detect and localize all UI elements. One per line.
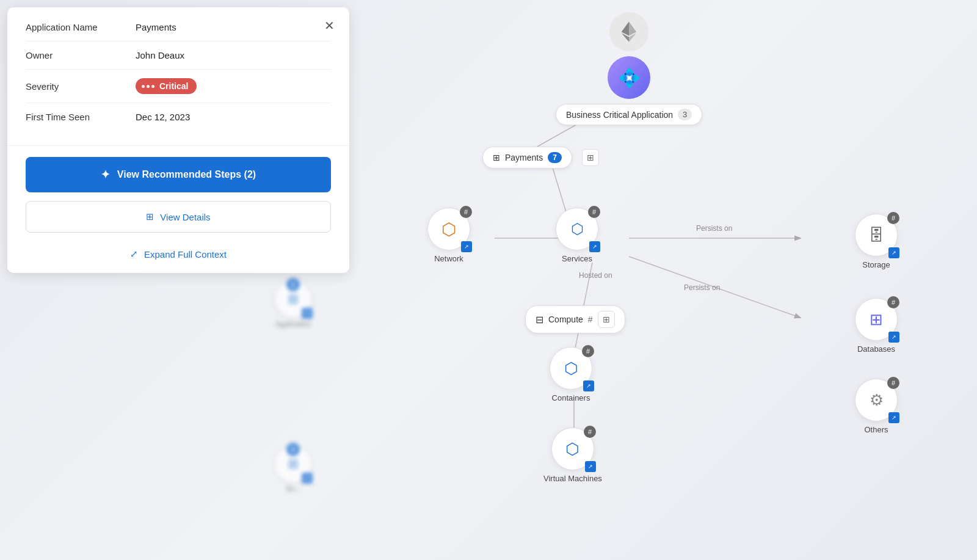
network-node-circle[interactable]: ⬡ # ↗: [427, 208, 470, 250]
payments-icon: ⊞: [493, 153, 500, 162]
first-seen-row: First Time Seen Dec 12, 2023: [26, 103, 331, 131]
severity-dot-3: [151, 85, 154, 88]
severity-text: Critical: [159, 81, 188, 91]
first-seen-label: First Time Seen: [26, 112, 136, 122]
severity-dots: [142, 85, 154, 88]
others-label: Others: [864, 425, 888, 434]
expand-full-context-button[interactable]: ⤢ Expand Full Context: [7, 241, 349, 273]
payments-pill[interactable]: ⊞ Payments 7: [482, 147, 572, 169]
info-table: Application Name Payments ✕ Owner John D…: [7, 7, 349, 145]
storage-icon: 🗄: [868, 226, 884, 245]
containers-badge: #: [582, 345, 594, 357]
storage-badge: #: [887, 212, 899, 224]
network-icon: ⬡: [441, 219, 456, 239]
services-expand: ↗: [589, 241, 600, 252]
containers-expand: ↗: [583, 380, 594, 391]
databases-badge: #: [887, 296, 899, 308]
app-icon-1: ⊞: [288, 291, 299, 307]
app-label-1: Application: [275, 320, 311, 329]
others-badge: #: [887, 377, 899, 389]
eth-icon: [609, 12, 648, 51]
compute-icon: ⊟: [536, 314, 543, 325]
graph-area: 💠 Business Critical Application 3 ⊞ Paym…: [354, 0, 977, 560]
databases-node[interactable]: ⊞ # ↗ Databases: [855, 298, 898, 354]
payments-count: 7: [548, 152, 562, 163]
view-details-label: View Details: [160, 212, 210, 222]
containers-node[interactable]: ⬡ # ↗ Containers: [550, 347, 592, 402]
containers-icon: ⬡: [564, 359, 578, 378]
services-badge: #: [588, 206, 600, 218]
databases-icon: ⊞: [870, 310, 883, 329]
storage-label: Storage: [862, 260, 890, 269]
app-name-label: Application Name: [26, 22, 136, 32]
payments-expand-icon[interactable]: ⊞: [582, 149, 599, 166]
others-expand: ↗: [888, 412, 899, 423]
containers-node-circle[interactable]: ⬡ # ↗: [550, 347, 592, 390]
app-name-value: Payments: [136, 22, 176, 32]
app-icon-2: ⊞: [288, 456, 299, 472]
vms-node[interactable]: ⬡ # ↗ Virtual Machines: [543, 427, 602, 483]
severity-dot-2: [147, 85, 150, 88]
others-node[interactable]: ⚙ # ↗ Others: [855, 379, 898, 434]
others-icon: ⚙: [870, 391, 884, 410]
vms-badge: #: [584, 426, 596, 438]
vms-icon: ⬡: [565, 440, 579, 459]
databases-expand: ↗: [888, 332, 899, 343]
owner-label: Owner: [26, 50, 136, 60]
services-node-circle[interactable]: ⬡ # ↗: [556, 208, 598, 250]
compute-expand[interactable]: ⊞: [598, 311, 615, 328]
bca-count: 3: [678, 109, 692, 120]
app-label-2: Sh...: [286, 485, 301, 493]
app-name-row: Application Name Payments ✕: [26, 13, 331, 42]
bca-label[interactable]: Business Critical Application 3: [556, 104, 702, 125]
storage-expand: ↗: [888, 247, 899, 258]
containers-label: Containers: [552, 393, 590, 402]
chip-icon: 💠: [608, 56, 650, 99]
vms-expand: ↗: [585, 461, 596, 472]
view-details-button[interactable]: ⊞ View Details: [26, 201, 331, 233]
app-node-2[interactable]: ⊞ 1 ↗ Sh...: [275, 446, 311, 493]
services-label: Services: [562, 254, 592, 263]
services-icon: ⬡: [571, 220, 584, 238]
close-button[interactable]: ✕: [322, 20, 337, 32]
bca-cluster: 💠 Business Critical Application 3: [556, 12, 702, 125]
network-node[interactable]: ⬡ # ↗ Network: [427, 208, 470, 263]
expand-icon: ⤢: [130, 249, 138, 260]
services-node[interactable]: ⬡ # ↗ Services: [556, 208, 598, 263]
app-expand-2: ↗: [302, 473, 313, 484]
payments-label: Payments: [505, 153, 543, 162]
owner-value: John Deaux: [136, 50, 184, 60]
network-badge: #: [460, 206, 472, 218]
storage-node-circle[interactable]: 🗄 # ↗: [855, 214, 898, 256]
severity-badge: Critical: [136, 78, 197, 94]
app-circle-2[interactable]: ⊞ 1 ↗: [275, 446, 311, 482]
star-icon: ✦: [101, 168, 110, 181]
recommended-steps-button[interactable]: ✦ View Recommended Steps (2): [26, 157, 331, 192]
network-expand: ↗: [461, 241, 472, 252]
bca-label-text: Business Critical Application: [566, 110, 673, 120]
network-label: Network: [434, 254, 463, 263]
vms-node-circle[interactable]: ⬡ # ↗: [551, 427, 594, 470]
storage-node[interactable]: 🗄 # ↗ Storage: [855, 214, 898, 269]
databases-node-circle[interactable]: ⊞ # ↗: [855, 298, 898, 341]
compute-pill[interactable]: ⊟ Compute # ⊞: [525, 305, 625, 333]
compute-hash: #: [588, 315, 593, 324]
info-panel: Application Name Payments ✕ Owner John D…: [7, 7, 349, 273]
app-expand-1: ↗: [302, 308, 313, 319]
databases-label: Databases: [857, 344, 895, 354]
severity-dot-1: [142, 85, 145, 88]
severity-label: Severity: [26, 81, 136, 92]
app-badge-1: 1: [286, 278, 300, 291]
severity-row: Severity Critical: [26, 70, 331, 103]
payments-node: ⊞ Payments 7 ⊞: [482, 147, 599, 169]
app-badge-2: 1: [286, 443, 300, 456]
vms-label: Virtual Machines: [543, 474, 602, 483]
view-details-icon: ⊞: [146, 211, 154, 222]
app-circle-1[interactable]: ⊞ 1 ↗: [275, 281, 311, 318]
severity-value: Critical: [136, 78, 197, 94]
others-node-circle[interactable]: ⚙ # ↗: [855, 379, 898, 421]
compute-label: Compute: [548, 315, 583, 324]
recommended-steps-label: View Recommended Steps (2): [117, 169, 256, 180]
app-node-1[interactable]: ⊞ 1 ↗ Application: [275, 281, 311, 329]
owner-row: Owner John Deaux: [26, 42, 331, 70]
